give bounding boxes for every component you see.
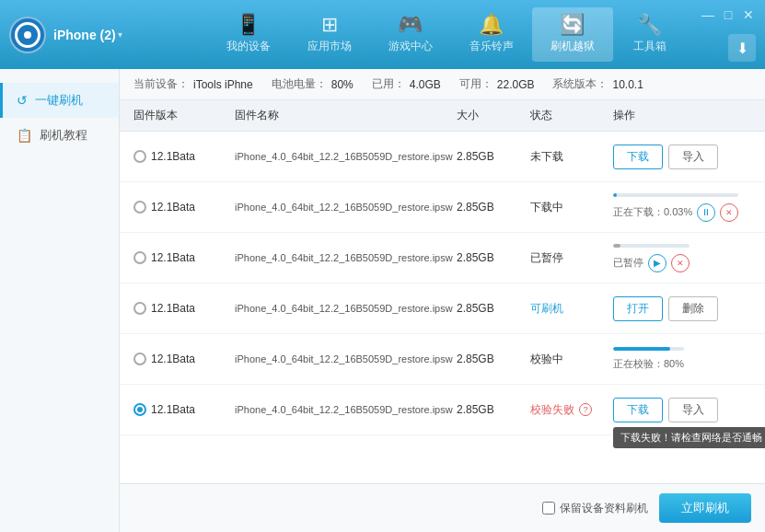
row5-status: 校验中 <box>530 352 613 367</box>
row5-progress-text: 正在校验：80% <box>613 357 684 371</box>
row3-progress-bar <box>613 244 690 248</box>
tab-toolbox-label: 工具箱 <box>633 39 666 54</box>
row6-download-button[interactable]: 下载 <box>613 398 663 422</box>
flash-now-button[interactable]: 立即刷机 <box>659 493 751 523</box>
col-header-version: 固件版本 <box>133 108 235 123</box>
row3-resume-button[interactable]: ▶ <box>648 254 666 272</box>
close-button[interactable]: ✕ <box>741 7 756 22</box>
row5-radio[interactable] <box>133 353 146 365</box>
row3-status: 已暂停 <box>530 250 613 266</box>
row1-filename-text: iPhone_4.0_64bit_12.2_16B5059D_restore.i… <box>235 151 453 162</box>
row4-radio[interactable] <box>133 302 146 315</box>
used-info: 已用： 4.0GB <box>372 76 441 92</box>
tab-flash-label: 刷机越狱 <box>551 39 595 54</box>
tab-ringtones[interactable]: 🔔 音乐铃声 <box>451 7 532 62</box>
col-header-name: 固件名称 <box>235 108 457 123</box>
row5-actions: 正在校验：80% <box>613 341 751 376</box>
dropdown-arrow-icon[interactable]: ▾ <box>118 29 122 40</box>
row5-progress-bar <box>613 347 684 351</box>
row5-filename: iPhone_4.0_64bit_12.2_16B5059D_restore.i… <box>235 353 457 364</box>
tab-game-center[interactable]: 🎮 游戏中心 <box>370 7 451 62</box>
row4-status: 可刷机 <box>530 301 613 317</box>
row4-action-buttons: 打开 删除 <box>613 296 718 321</box>
row6-filename-text: iPhone_4.0_64bit_12.2_16B5059D_restore.i… <box>235 404 453 415</box>
row3-filename-text: iPhone_4.0_64bit_12.2_16B5059D_restore.i… <box>235 252 453 263</box>
row1-download-button[interactable]: 下载 <box>613 145 663 169</box>
preserve-data-label: 保留设备资料刷机 <box>560 501 648 516</box>
available-label: 可用： <box>459 76 493 92</box>
sidebar-item-one-click-flash[interactable]: ↺ 一键刷机 <box>0 83 119 118</box>
row4-version-text: 12.1Bata <box>151 302 195 315</box>
device-info: 当前设备： iTools iPhne <box>133 76 253 92</box>
row5-filename-text: iPhone_4.0_64bit_12.2_16B5059D_restore.i… <box>235 353 453 364</box>
row1-size: 2.85GB <box>457 150 530 163</box>
preserve-data-checkbox-label[interactable]: 保留设备资料刷机 <box>542 501 648 516</box>
refresh-icon: ↺ <box>17 93 28 108</box>
row1-version: 12.1Bata <box>133 150 235 163</box>
row1-action-buttons: 下载 导入 <box>613 145 718 169</box>
row2-filename: iPhone_4.0_64bit_12.2_16B5059D_restore.i… <box>235 202 457 213</box>
row6-radio[interactable] <box>133 403 146 416</box>
table-header: 固件版本 固件名称 大小 状态 操作 <box>120 100 765 132</box>
main-layout: ↺ 一键刷机 📋 刷机教程 当前设备： iTools iPhne 电池电量： 8… <box>0 69 765 532</box>
row6-version-text: 12.1Bata <box>151 403 195 416</box>
tab-app-market[interactable]: ⊞ 应用市场 <box>289 7 370 62</box>
minimize-button[interactable]: — <box>701 7 715 22</box>
col-header-action: 操作 <box>613 108 751 123</box>
row5-version: 12.1Bata <box>133 353 235 365</box>
row4-size: 2.85GB <box>457 302 530 315</box>
title-bar: iPhone (2) ▾ 📱 我的设备 ⊞ 应用市场 🎮 游戏中心 🔔 音乐铃声… <box>0 0 765 69</box>
used-value: 4.0GB <box>410 78 441 91</box>
row3-progress-text: 已暂停 <box>613 256 643 270</box>
sidebar-flash-tutorial-label: 刷机教程 <box>40 127 87 144</box>
sidebar-item-flash-tutorial[interactable]: 📋 刷机教程 <box>0 118 119 153</box>
app-title-area: iPhone (2) <box>53 28 116 42</box>
content-area: 当前设备： iTools iPhne 电池电量： 80% 已用： 4.0GB 可… <box>120 69 765 532</box>
battery-value: 80% <box>331 78 354 91</box>
row3-actions: 已暂停 ▶ ✕ <box>613 238 751 278</box>
row3-radio[interactable] <box>133 251 146 264</box>
app-market-icon: ⊞ <box>321 15 338 35</box>
row1-import-button[interactable]: 导入 <box>668 145 718 169</box>
row3-cancel-button[interactable]: ✕ <box>671 254 690 272</box>
flash-icon: 🔄 <box>560 15 585 35</box>
row6-version: 12.1Bata <box>133 403 235 416</box>
row5-version-text: 12.1Bata <box>151 353 195 365</box>
tab-game-center-label: 游戏中心 <box>388 39 433 54</box>
row5-progress-fill <box>613 347 670 351</box>
available-value: 22.0GB <box>497 78 535 91</box>
maximize-button[interactable]: □ <box>721 7 736 22</box>
row4-open-button[interactable]: 打开 <box>613 296 663 321</box>
row6-filename: iPhone_4.0_64bit_12.2_16B5059D_restore.i… <box>235 404 457 415</box>
row6-help-icon[interactable]: ? <box>579 403 592 416</box>
row3-progress-actions: 已暂停 ▶ ✕ <box>613 254 690 272</box>
row4-delete-button[interactable]: 删除 <box>668 296 718 321</box>
sidebar-one-click-flash-label: 一键刷机 <box>35 92 83 109</box>
col-header-size: 大小 <box>457 108 530 123</box>
row2-actions: 正在下载：0.03% ⏸ ✕ <box>613 188 751 227</box>
system-info: 系统版本： 10.0.1 <box>552 76 643 92</box>
logo-inner <box>15 22 41 48</box>
row3-progress-fill <box>613 244 620 248</box>
row1-radio[interactable] <box>133 150 146 163</box>
preserve-data-checkbox[interactable] <box>542 502 555 515</box>
row6-actions: 下载 导入 下载失败！请检查网络是否通畅 <box>613 398 751 422</box>
main-nav: 📱 我的设备 ⊞ 应用市场 🎮 游戏中心 🔔 音乐铃声 🔄 刷机越狱 🔧 工具箱 <box>129 7 765 62</box>
row6-import-button[interactable]: 导入 <box>668 398 718 422</box>
tab-toolbox[interactable]: 🔧 工具箱 <box>613 7 687 62</box>
global-download-button[interactable]: ⬇ <box>728 34 756 62</box>
row2-pause-button[interactable]: ⏸ <box>697 203 715 222</box>
row6-status: 校验失败 ? <box>530 402 613 418</box>
row4-filename-text: iPhone_4.0_64bit_12.2_16B5059D_restore.i… <box>235 303 453 314</box>
tab-my-device[interactable]: 📱 我的设备 <box>208 7 289 62</box>
row2-cancel-button[interactable]: ✕ <box>720 203 738 222</box>
tab-flash[interactable]: 🔄 刷机越狱 <box>532 7 613 62</box>
row5-progress-container <box>613 347 684 353</box>
row4-actions: 打开 删除 <box>613 296 751 321</box>
battery-label: 电池电量： <box>272 76 327 92</box>
ringtones-icon: 🔔 <box>479 15 504 35</box>
row2-radio[interactable] <box>133 201 146 214</box>
row2-version-text: 12.1Bata <box>151 201 195 214</box>
system-label: 系统版本： <box>552 76 608 92</box>
row2-version: 12.1Bata <box>133 201 235 214</box>
